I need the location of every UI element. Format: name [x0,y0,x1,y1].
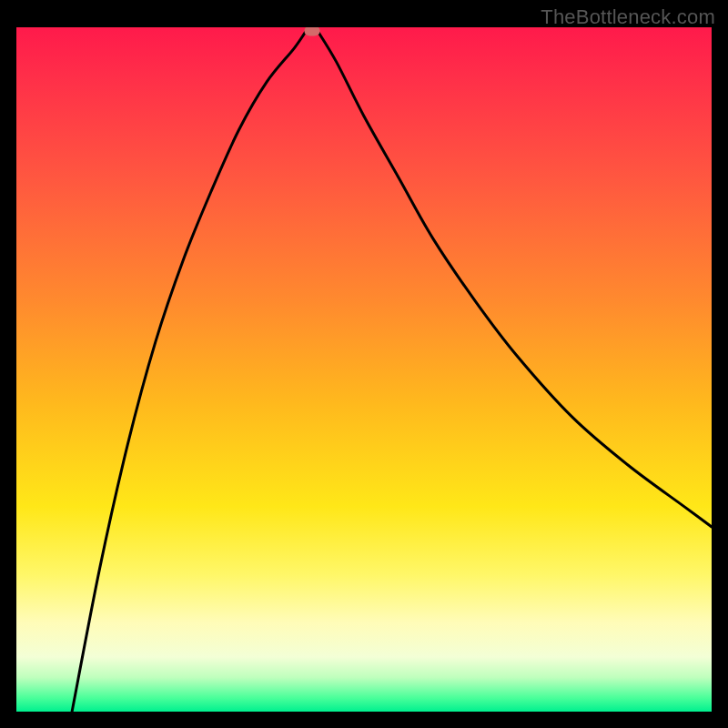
watermark-text: TheBottleneck.com [541,5,715,29]
bottleneck-curve [16,27,712,712]
chart-frame: TheBottleneck.com [0,0,728,728]
curve-left-branch [72,27,308,712]
plot-area [16,27,712,712]
vertex-marker [304,27,319,35]
curve-right-branch [316,27,712,527]
